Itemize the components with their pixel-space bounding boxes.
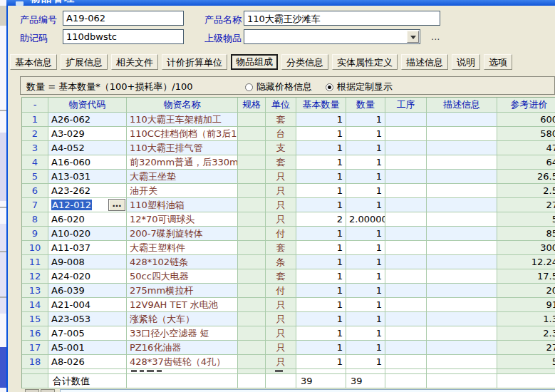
cell-process[interactable] — [385, 241, 427, 255]
cell-qty[interactable]: 1 — [346, 170, 385, 184]
cell-process[interactable] — [385, 255, 427, 269]
row-selector[interactable]: 2 — [22, 127, 48, 141]
cell-qty[interactable]: 1 — [346, 127, 385, 141]
cell-price[interactable]: 2.5 — [497, 184, 555, 198]
cell-base-qty[interactable]: 1 — [296, 312, 346, 326]
cell-desc[interactable] — [427, 227, 497, 241]
cell-code[interactable]: A6-020 — [48, 212, 127, 227]
cell-name[interactable]: PZ16化油器 — [127, 341, 238, 355]
row-selector[interactable]: 3 — [22, 141, 48, 155]
tab-description-info[interactable]: 描述信息 — [401, 54, 448, 70]
cell-code[interactable]: A4-052 — [48, 141, 127, 155]
cell-base-qty[interactable]: 1 — [296, 326, 346, 341]
cell-base-qty[interactable]: 1 — [296, 355, 346, 369]
cell-code[interactable]: A24-020 — [48, 269, 127, 284]
cell-unit[interactable]: 套 — [266, 269, 296, 284]
cell-code[interactable]: A9-008 — [48, 255, 127, 269]
parent-item-more-button[interactable]: ... — [431, 31, 440, 42]
cell-qty[interactable]: 1 — [346, 227, 385, 241]
tab-pricing-conversion-unit[interactable]: 计价折算单位 — [162, 54, 227, 70]
cell-desc[interactable] — [427, 341, 497, 355]
cell-name[interactable]: 涨紧轮（大车） — [127, 312, 238, 326]
cell-base-qty[interactable]: 1 — [296, 155, 346, 170]
cell-code[interactable]: A3-029 — [48, 127, 127, 141]
cell-price[interactable]: 47 — [497, 141, 555, 155]
cell-process[interactable] — [385, 341, 427, 355]
row-selector[interactable]: 9 — [22, 227, 48, 241]
cell-spec[interactable] — [238, 312, 266, 326]
cell-qty[interactable]: 1 — [346, 269, 385, 284]
column-header[interactable]: 描述信息 — [427, 98, 497, 113]
cell-name[interactable]: 33口径小空滤器 短 — [127, 326, 238, 341]
cell-price[interactable]: 5 — [497, 212, 555, 227]
cell-price[interactable]: 580 — [497, 127, 555, 141]
cell-name[interactable]: 110大霸王排气管 — [127, 141, 238, 155]
row-selector[interactable]: 8 — [22, 212, 48, 227]
cell-base-qty[interactable]: 1 — [296, 227, 346, 241]
cell-base-qty[interactable]: 1 — [296, 298, 346, 312]
cell-spec[interactable] — [238, 113, 266, 127]
row-selector[interactable]: 1 — [22, 113, 48, 127]
cell-price[interactable]: 91 — [497, 298, 555, 312]
cell-price[interactable]: 64 — [497, 155, 555, 170]
cell-qty[interactable]: 1 — [346, 312, 385, 326]
cell-unit[interactable]: 只 — [266, 341, 296, 355]
cell-unit[interactable]: 套 — [266, 113, 296, 127]
cell-code[interactable]: A5-001 — [48, 341, 127, 355]
cell-base-qty[interactable]: 1 — [296, 113, 346, 127]
cell-unit[interactable]: 付 — [266, 227, 296, 241]
horizontal-scrollbar[interactable] — [60, 389, 555, 392]
cell-code[interactable]: A13-031 — [48, 170, 127, 184]
cell-spec[interactable] — [238, 355, 266, 369]
cell-name[interactable]: 428*102链条 — [127, 255, 238, 269]
cell-process[interactable] — [385, 113, 427, 127]
cell-desc[interactable] — [427, 113, 497, 127]
cell-code[interactable]: A7-005 — [48, 326, 127, 341]
cell-desc[interactable] — [427, 284, 497, 298]
cell-qty[interactable]: 2.00000 — [346, 212, 385, 227]
cell-spec[interactable] — [238, 198, 266, 212]
cell-desc[interactable] — [427, 155, 497, 170]
column-header[interactable]: 规格 — [238, 98, 266, 113]
cell-qty[interactable]: 1 — [346, 326, 385, 341]
cell-code[interactable]: A6-039 — [48, 284, 127, 298]
cell-price[interactable]: 300 — [497, 241, 555, 255]
window-titlebar[interactable]: 物品管理 — [6, 0, 555, 6]
cell-process[interactable] — [385, 184, 427, 198]
cell-name[interactable]: 200-7碟刹旋转体 — [127, 227, 238, 241]
cell-price[interactable]: 27 — [497, 198, 555, 212]
cell-unit[interactable]: 只 — [266, 298, 296, 312]
cell-qty[interactable]: 1 — [346, 141, 385, 155]
cell-spec[interactable] — [238, 227, 266, 241]
cell-code[interactable]: A23-262 — [48, 184, 127, 198]
cell-process[interactable] — [385, 155, 427, 170]
row-selector[interactable]: 18 — [22, 355, 48, 369]
cell-base-qty[interactable]: 1 — [296, 241, 346, 255]
cell-spec[interactable] — [238, 241, 266, 255]
cell-spec[interactable] — [238, 269, 266, 284]
cell-base-qty[interactable]: 1 — [296, 127, 346, 141]
cell-name[interactable]: 50cc四大电器 — [127, 269, 238, 284]
cell-desc[interactable] — [427, 355, 497, 369]
cell-spec[interactable] — [238, 127, 266, 141]
column-header[interactable]: 工序 — [385, 98, 427, 113]
cell-name[interactable]: 12V9AH TET 水电池 — [127, 298, 238, 312]
cell-spec[interactable] — [238, 341, 266, 355]
product-name-input[interactable]: 110大霸王沙滩车 — [244, 11, 440, 26]
cell-process[interactable] — [385, 170, 427, 184]
cell-desc[interactable] — [427, 184, 497, 198]
column-header[interactable]: 物资名称 — [127, 98, 238, 113]
row-selector[interactable]: 4 — [22, 155, 48, 170]
column-header[interactable]: 参考进价 — [497, 98, 555, 113]
cell-base-qty[interactable]: 1 — [296, 170, 346, 184]
cell-spec[interactable] — [238, 326, 266, 341]
tab-related-files[interactable]: 相关文件 — [111, 54, 158, 70]
cell-code[interactable]: A11-037 — [48, 241, 127, 255]
cell-unit[interactable]: 条 — [266, 255, 296, 269]
column-header[interactable]: 物资代码 — [48, 98, 127, 113]
column-header[interactable]: 单位 — [266, 98, 296, 113]
cell-qty[interactable]: 1 — [346, 284, 385, 298]
cell-unit[interactable]: 套 — [266, 155, 296, 170]
cell-price[interactable]: 5 — [497, 355, 555, 369]
cell-price[interactable]: 20 — [497, 284, 555, 298]
